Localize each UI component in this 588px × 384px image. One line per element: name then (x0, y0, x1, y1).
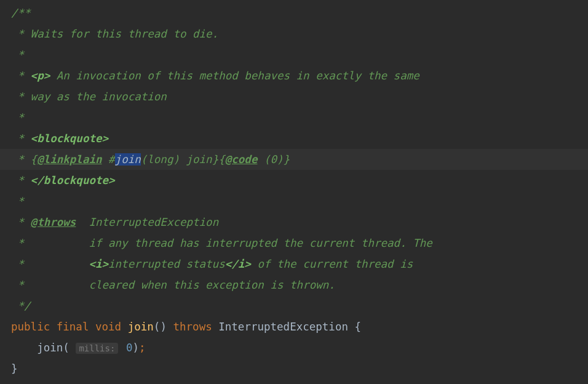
parentheses: () (154, 321, 167, 333)
code-line: public final void join() throws Interrup… (0, 316, 588, 337)
html-tag-blockquote-close: </blockquote> (31, 174, 115, 186)
semicolon: ; (139, 342, 146, 354)
javadoc-tag-linkplain: @linkplain (37, 153, 101, 166)
code-line: * if any thread has interrupted the curr… (0, 233, 588, 254)
code-line: * <p> An invocation of this method behav… (0, 65, 588, 86)
comment-text: of the current thread is (251, 258, 413, 270)
html-tag-p: <p> (31, 70, 50, 82)
exception-name: InterruptedException (76, 216, 218, 228)
comment-prefix: * (11, 258, 89, 270)
paren-close: ) (133, 342, 140, 354)
code-line: */ (0, 295, 588, 316)
brace: { (31, 153, 38, 166)
comment-text: way as the invocation (31, 90, 167, 103)
exception-type: InterruptedException { (218, 321, 361, 333)
comment-prefix: * (11, 216, 31, 228)
brace-close: } (11, 362, 18, 375)
code-line: * </blockquote> (0, 170, 588, 191)
comment-text: (0) (257, 153, 283, 166)
html-tag-i: <i> (89, 258, 108, 270)
comment-text: cleared when this exception is thrown. (89, 279, 335, 291)
code-editor[interactable]: /** * Waits for this thread to die. * * … (0, 2, 588, 379)
code-line: * <i>interrupted status</i> of the curre… (0, 254, 588, 274)
comment-prefix: * (11, 279, 89, 291)
code-line: * cleared when this exception is thrown. (0, 274, 588, 295)
brace: }{ (212, 153, 225, 166)
comment-text: if any thread has interrupted the curren… (89, 237, 432, 249)
comment-text: (long) join (141, 153, 212, 166)
comment-text: Waits for this thread to die. (31, 28, 219, 40)
code-line: * (0, 107, 588, 128)
code-line-current: * {@linkplain #join(long) join}{@code (0… (0, 149, 588, 170)
code-line: * Waits for this thread to die. (0, 23, 588, 44)
javadoc-tag-throws: @throws (31, 216, 76, 228)
comment-prefix: * (11, 153, 31, 166)
selected-text[interactable]: join (115, 153, 141, 166)
comment-star: * (11, 111, 24, 124)
comment-star: * (11, 195, 24, 207)
comment-prefix: * (11, 174, 31, 186)
keyword-throws: throws (173, 321, 212, 333)
html-tag-i-close: </i> (225, 258, 251, 270)
code-line: } (0, 358, 588, 379)
comment-text: interrupted status (108, 258, 225, 270)
code-line: * @throws InterruptedException (0, 212, 588, 233)
comment-star: * (11, 49, 24, 61)
comment-prefix: * (11, 237, 89, 249)
method-name-join: join (128, 321, 154, 333)
keyword-public: public (11, 321, 50, 333)
parameter-hint: millis: (76, 343, 118, 354)
paren-open: ( (63, 342, 70, 354)
code-line: * <blockquote> (0, 128, 588, 149)
comment-prefix: * (11, 28, 31, 40)
keyword-void: void (95, 321, 121, 333)
hash: # (102, 153, 115, 166)
comment-prefix: * (11, 132, 31, 145)
method-call-join: join (37, 342, 63, 354)
code-line: join( millis: 0); (0, 337, 588, 358)
code-line: * way as the invocation (0, 86, 588, 107)
html-tag-blockquote: <blockquote> (31, 132, 108, 145)
comment-prefix: * (11, 70, 31, 82)
code-line: /** (0, 2, 588, 23)
javadoc-tag-code: @code (225, 153, 258, 166)
javadoc-start: /** (11, 7, 31, 19)
keyword-final: final (57, 321, 89, 333)
code-line: * (0, 191, 588, 212)
number-literal: 0 (126, 342, 133, 354)
brace: } (284, 153, 290, 166)
comment-prefix: * (11, 90, 31, 103)
javadoc-end: */ (11, 300, 31, 312)
code-line: * (0, 44, 588, 65)
comment-text: An invocation of this method behaves in … (50, 70, 419, 82)
indent (11, 342, 37, 354)
